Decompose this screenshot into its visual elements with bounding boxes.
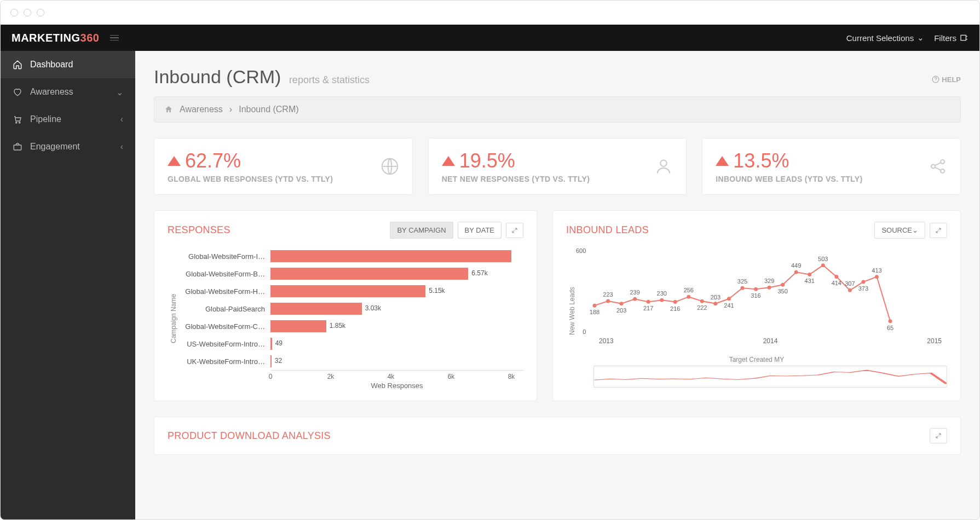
x-tick: 2k: [327, 373, 335, 380]
current-selections-label: Current Selections: [846, 33, 914, 43]
svg-text:241: 241: [724, 302, 734, 309]
kpi-label: INBOUND WEB LEADS (YTD VS. TTLY): [716, 175, 862, 183]
x-tick: 6k: [448, 373, 455, 380]
help-label: HELP: [942, 76, 961, 84]
expand-button[interactable]: [930, 223, 947, 238]
bar-value-label: 3.03k: [365, 304, 381, 312]
svg-point-54: [889, 319, 892, 323]
zoom-dot[interactable]: [37, 9, 44, 16]
svg-point-36: [768, 286, 771, 290]
svg-text:503: 503: [818, 256, 828, 262]
filters-label: Filters: [934, 33, 956, 43]
share-icon: [929, 157, 947, 176]
leads-line-chart: 1882232032392172302162562222032413253163…: [589, 247, 896, 335]
svg-point-9: [941, 169, 944, 173]
help-link[interactable]: HELP: [932, 76, 961, 84]
svg-point-42: [808, 273, 812, 276]
bar-fill: [270, 338, 272, 350]
chart-x-axis-label: Web Responses: [270, 382, 523, 390]
svg-text:449: 449: [791, 262, 801, 269]
svg-text:217: 217: [643, 305, 653, 311]
svg-point-2: [19, 122, 20, 123]
bar-track: 32: [270, 355, 523, 367]
svg-point-46: [835, 275, 839, 279]
bar-value-label: 32: [275, 357, 282, 365]
bar-fill: [270, 250, 511, 262]
chevron-down-icon: ⌄: [917, 33, 924, 43]
bar-fill: [270, 355, 272, 367]
svg-point-14: [620, 302, 624, 305]
kpi-label: GLOBAL WEB RESPONSES (YTD VS. TTLY): [168, 175, 333, 183]
help-icon: [932, 76, 939, 83]
sidebar-item-engagement[interactable]: Engagement ‹: [1, 133, 135, 160]
kpi-inbound-leads: 13.5% INBOUND WEB LEADS (YTD VS. TTLY): [702, 138, 961, 195]
y-tick: 0: [576, 328, 586, 335]
svg-point-12: [606, 299, 610, 303]
expand-icon: [511, 227, 518, 234]
bar-fill: [270, 285, 425, 297]
briefcase-icon: [13, 142, 22, 152]
bar-value-label: 1.85k: [330, 322, 345, 330]
x-tick: 2013: [599, 337, 614, 345]
svg-point-34: [754, 287, 758, 291]
bar-track: [270, 250, 523, 262]
bar-track: 49: [270, 338, 523, 350]
window-titlebar: [1, 1, 979, 25]
breadcrumb-root[interactable]: Awareness: [180, 105, 223, 114]
svg-text:230: 230: [657, 290, 667, 297]
svg-point-6: [661, 160, 667, 166]
expand-icon: [935, 432, 942, 439]
kpi-global-responses: 62.7% GLOBAL WEB RESPONSES (YTD VS. TTLY…: [154, 138, 413, 195]
x-tick: 4k: [388, 373, 395, 380]
bar-fill: [270, 320, 326, 332]
svg-point-50: [862, 280, 866, 284]
bar-track: 6.57k: [270, 268, 523, 280]
mini-chart-title: Target Created MY: [566, 356, 947, 363]
minimize-dot[interactable]: [24, 9, 31, 16]
current-selections-menu[interactable]: Current Selections ⌄: [846, 33, 924, 43]
bar-category: Global-WebsiteForm-I…: [177, 252, 270, 261]
bar-value-label: 49: [275, 339, 283, 347]
expand-button[interactable]: [506, 223, 523, 238]
globe-icon: [381, 157, 399, 176]
svg-point-8: [941, 160, 944, 164]
panel-title: PRODUCT DOWNLOAD ANALYSIS: [168, 430, 331, 442]
chart-x-ticks: 2013 2014 2015: [593, 337, 947, 345]
tab-by-date[interactable]: BY DATE: [458, 222, 501, 239]
bar-category: Global-WebsiteForm-C…: [177, 322, 270, 331]
home-icon: [164, 105, 173, 114]
close-dot[interactable]: [10, 9, 18, 16]
bar-value-label: 5.15k: [429, 287, 445, 294]
panel-product-download: PRODUCT DOWNLOAD ANALYSIS: [154, 417, 961, 455]
svg-rect-3: [14, 145, 21, 150]
chevron-down-icon: ⌄: [116, 87, 123, 97]
filters-menu[interactable]: Filters: [934, 33, 969, 43]
bar-row: Global-WebsiteForm-I…: [177, 247, 523, 265]
y-tick: 600: [576, 247, 586, 254]
mini-chart[interactable]: [593, 366, 947, 388]
home-icon: [13, 60, 22, 70]
svg-text:216: 216: [670, 305, 680, 312]
cart-icon: [13, 114, 22, 124]
svg-rect-0: [961, 35, 966, 40]
brand-accent: 360: [80, 32, 100, 44]
svg-point-16: [633, 297, 637, 301]
source-dropdown[interactable]: SOURCE⌄: [874, 222, 925, 239]
x-tick: 0: [269, 373, 273, 380]
mini-line-chart: [594, 366, 947, 387]
user-icon: [654, 157, 673, 176]
tab-by-campaign[interactable]: BY CAMPAIGN: [390, 222, 453, 239]
chevron-left-icon: ‹: [120, 142, 123, 152]
bar-row: US-WebsiteForm-Intro… 49: [177, 335, 523, 353]
kpi-label: NET NEW RESPONSES (YTD VS. TTLY): [442, 175, 590, 183]
hamburger-icon[interactable]: [110, 35, 119, 41]
sidebar-item-dashboard[interactable]: Dashboard: [1, 51, 135, 78]
chevron-down-icon: ⌄: [912, 226, 918, 234]
bar-row: Global-PaidSearch 3.03k: [177, 300, 523, 317]
svg-text:316: 316: [751, 292, 761, 299]
sidebar-item-pipeline[interactable]: Pipeline ‹: [1, 106, 135, 133]
bar-row: Global-WebsiteForm-B… 6.57k: [177, 265, 523, 282]
chart-y-ticks: 600 0: [576, 247, 589, 335]
sidebar-item-awareness[interactable]: Awareness ⌄: [1, 78, 135, 106]
expand-button[interactable]: [930, 428, 947, 443]
